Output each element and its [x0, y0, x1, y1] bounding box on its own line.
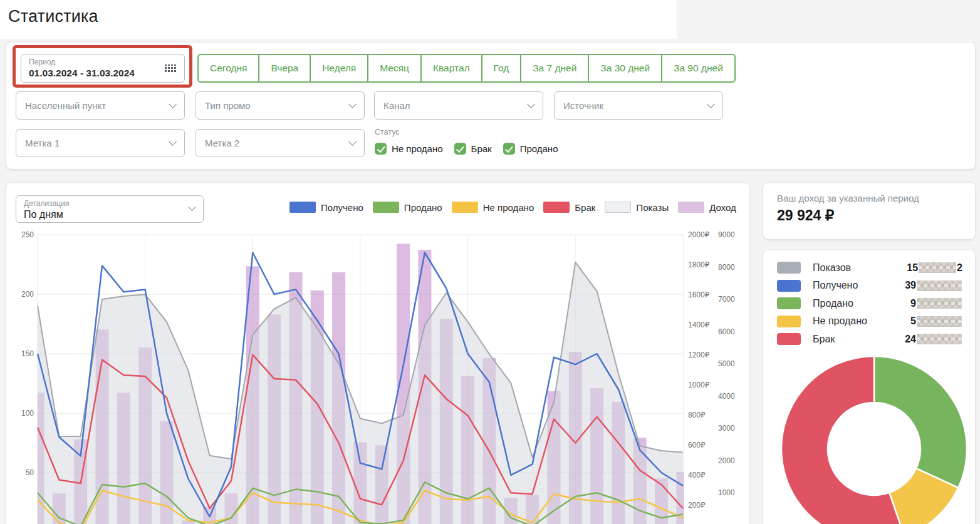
total-label: Получено — [813, 280, 858, 291]
checkbox-checked-icon[interactable] — [375, 143, 387, 155]
svg-text:4000: 4000 — [718, 392, 735, 401]
select-source[interactable]: Источник — [554, 91, 723, 120]
total-row: Продано9 — [777, 297, 962, 309]
income-card: Ваш доход за указанный период 29 924 ₽ — [763, 183, 975, 239]
select-tag2[interactable]: Метка 2 — [195, 129, 365, 157]
legend-color-chip — [678, 202, 704, 213]
select-channel-label: Канал — [383, 100, 410, 111]
total-value: 39 — [905, 280, 962, 291]
income-value: 29 924 ₽ — [777, 207, 834, 224]
total-value: 24 — [905, 334, 962, 345]
status-filter: Статус Не продано Брак Продано — [375, 128, 570, 155]
censored-value-blur — [917, 334, 962, 344]
period-field[interactable]: Период 01.03.2024 - 31.03.2024 — [21, 54, 185, 83]
checkbox-checked-icon[interactable] — [454, 143, 466, 155]
chevron-down-icon — [527, 100, 535, 108]
page-header — [0, 0, 677, 39]
legend-color-chip — [452, 202, 478, 213]
quick-range-button[interactable]: Неделя — [310, 54, 368, 83]
svg-text:1800₽: 1800₽ — [688, 260, 710, 269]
status-donut-chart — [763, 351, 975, 524]
legend-item[interactable]: Показы — [605, 202, 669, 213]
svg-text:50: 50 — [26, 468, 34, 477]
svg-text:2000₽: 2000₽ — [688, 230, 710, 239]
chart-legend: ПолученоПроданоНе проданоБракПоказыДоход — [289, 202, 746, 213]
total-label: Показов — [813, 262, 851, 274]
select-city-label: Населенный пункт — [25, 100, 106, 111]
status-checkbox-defect[interactable]: Брак — [454, 143, 492, 155]
checkbox-checked-icon[interactable] — [503, 143, 515, 155]
chevron-down-icon — [348, 138, 357, 146]
quick-range-button[interactable]: Квартал — [420, 54, 482, 83]
svg-text:1000: 1000 — [718, 488, 735, 497]
select-channel[interactable]: Канал — [374, 91, 543, 120]
legend-label: Не продано — [483, 202, 534, 213]
totals-rows: Показов152Получено39Продано9Не продано5Б… — [777, 262, 962, 351]
legend-item[interactable]: Не продано — [452, 202, 534, 213]
svg-text:800₽: 800₽ — [688, 411, 706, 419]
total-color-chip — [777, 333, 801, 345]
status-checkbox-not-sold[interactable]: Не продано — [375, 143, 443, 155]
chevron-down-icon — [707, 100, 715, 108]
select-promo-type[interactable]: Тип промо — [195, 91, 365, 120]
svg-text:150: 150 — [21, 349, 34, 358]
chevron-down-icon — [348, 100, 357, 108]
total-color-chip — [777, 262, 801, 274]
total-value: 152 — [907, 262, 962, 274]
select-city[interactable]: Населенный пункт — [16, 91, 185, 120]
svg-text:9000: 9000 — [718, 230, 735, 239]
calendar-icon[interactable] — [165, 64, 176, 72]
legend-label: Показы — [636, 202, 669, 213]
chevron-down-icon — [169, 138, 177, 146]
legend-item[interactable]: Доход — [678, 202, 736, 213]
legend-item[interactable]: Получено — [289, 202, 363, 213]
quick-range-group: СегодняВчераНеделяМесяцКварталГодЗа 7 дн… — [197, 54, 736, 83]
filters-panel: Период 01.03.2024 - 31.03.2024 СегодняВч… — [6, 43, 975, 169]
legend-color-chip — [289, 202, 316, 213]
total-row: Брак24 — [777, 333, 962, 345]
select-tag1[interactable]: Метка 1 — [16, 129, 185, 157]
total-label: Продано — [813, 298, 853, 309]
status-filter-label: Статус — [375, 128, 570, 136]
legend-label: Получено — [321, 202, 363, 213]
quick-range-button[interactable]: За 30 дней — [588, 54, 662, 83]
svg-text:7000: 7000 — [718, 295, 735, 304]
total-color-chip — [777, 280, 801, 292]
legend-color-chip — [373, 202, 399, 213]
legend-item[interactable]: Продано — [373, 202, 442, 213]
total-color-chip — [777, 297, 801, 309]
total-row: Получено39 — [777, 280, 962, 292]
legend-color-chip — [605, 202, 631, 213]
total-row: Не продано5 — [777, 316, 962, 327]
quick-range-button[interactable]: Месяц — [367, 54, 422, 83]
svg-text:200₽: 200₽ — [688, 501, 706, 510]
legend-item[interactable]: Брак — [543, 202, 595, 213]
page-title: Статистика — [8, 7, 98, 26]
total-row: Показов152 — [777, 262, 962, 274]
svg-text:400₽: 400₽ — [688, 471, 706, 480]
chevron-down-icon — [169, 100, 177, 108]
svg-text:200: 200 — [21, 290, 34, 299]
total-label: Брак — [813, 334, 835, 345]
svg-text:1200₽: 1200₽ — [688, 351, 710, 359]
quick-range-button[interactable]: Год — [481, 54, 522, 83]
censored-value-blur — [917, 298, 962, 309]
combo-chart: 250200150100502000₽1800₽1600₽1400₽1200₽1… — [6, 183, 749, 524]
svg-text:100: 100 — [21, 409, 34, 418]
svg-text:6000: 6000 — [718, 327, 735, 336]
income-label: Ваш доход за указанный период — [777, 193, 919, 203]
quick-range-button[interactable]: За 90 дней — [661, 54, 736, 83]
quick-range-button[interactable]: Сегодня — [197, 54, 259, 83]
quick-range-button[interactable]: За 7 дней — [520, 54, 589, 83]
svg-text:1600₽: 1600₽ — [688, 290, 710, 299]
svg-text:2000: 2000 — [718, 456, 735, 465]
total-label: Не продано — [813, 316, 867, 327]
svg-text:8000: 8000 — [718, 263, 735, 272]
legend-label: Продано — [404, 202, 442, 213]
legend-label: Брак — [575, 202, 595, 213]
svg-text:3000: 3000 — [718, 424, 735, 433]
select-tag1-label: Метка 1 — [25, 138, 60, 148]
quick-range-button[interactable]: Вчера — [258, 54, 311, 83]
totals-card: Показов152Получено39Продано9Не продано5Б… — [763, 250, 975, 524]
status-checkbox-sold[interactable]: Продано — [503, 143, 558, 155]
